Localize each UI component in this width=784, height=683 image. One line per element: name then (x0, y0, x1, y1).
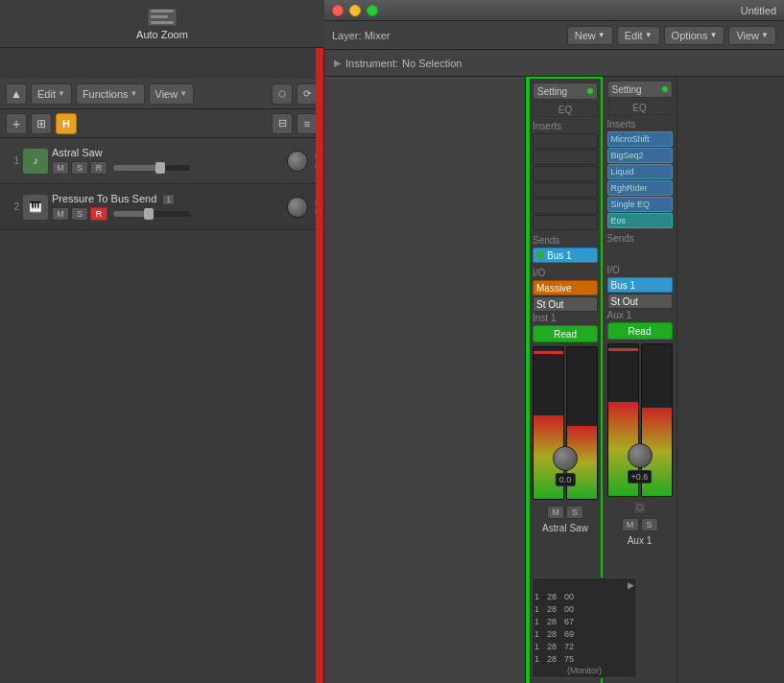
instrument-value: No Selection (402, 58, 462, 69)
monitor-cell-4-3: 72 (564, 641, 574, 653)
vu-area-1: 0.0 (533, 346, 598, 500)
track-fader-1[interactable] (113, 165, 190, 171)
list-button[interactable]: ≡ (297, 113, 318, 134)
track-knob-1[interactable] (287, 151, 308, 172)
vu-m-button-1[interactable]: M (547, 506, 564, 519)
link-icon[interactable]: ⬡ (633, 501, 647, 514)
minimize-button[interactable] (349, 5, 361, 16)
mute-button-2[interactable]: M (52, 207, 69, 221)
view-arrow: ▼ (179, 89, 187, 98)
record-button-1[interactable]: R (90, 161, 107, 175)
channel-name-1: Astral Saw (542, 523, 588, 533)
monitor-cell-3-1: 1 (535, 628, 539, 641)
track-knob-2[interactable] (287, 197, 308, 218)
monitor-cell-4-2: 28 (547, 641, 557, 653)
insert-slot-1d[interactable] (533, 182, 598, 198)
track-icon-1: ♪ (23, 149, 48, 174)
automation-1[interactable]: Read (533, 325, 598, 342)
record-button-2[interactable]: R (90, 207, 107, 221)
triangle-icon: ▶ (334, 58, 342, 68)
maximize-button[interactable] (367, 5, 378, 16)
io-label-1: I/O (533, 268, 598, 278)
eq-aux1[interactable]: EQ (607, 100, 673, 115)
monitor-cell-5-3: 75 (564, 653, 574, 666)
eq-astral-saw[interactable]: EQ (533, 102, 598, 117)
edit-mixer-button[interactable]: Edit ▼ (617, 26, 660, 45)
monitor-cell-1-3: 00 (564, 603, 574, 616)
insert-slot-1e[interactable] (533, 199, 598, 214)
close-button[interactable] (332, 5, 344, 16)
options-arrow: ▼ (710, 31, 718, 39)
h-button[interactable]: H (56, 113, 77, 134)
inst-label-1: Inst 1 (533, 313, 598, 323)
auto-zoom-icon (147, 8, 178, 27)
view-mixer-button[interactable]: View ▼ (728, 26, 776, 45)
setting-dot-1 (587, 88, 593, 94)
mute-button-1[interactable]: M (52, 161, 69, 175)
az-line-2 (151, 15, 168, 18)
table-row: 1 ♪ Astral Saw M S R L R (0, 138, 323, 184)
io-stout-1[interactable]: St Out (533, 296, 598, 312)
loop-button[interactable]: ⟳ (297, 83, 318, 105)
up-arrow-button[interactable]: ▲ (6, 83, 27, 105)
vu-peak-1 (534, 351, 563, 354)
insert-slot-1c[interactable] (533, 166, 598, 181)
solo-button-1[interactable]: S (71, 161, 88, 175)
layer-label: Layer: Mixer (332, 30, 391, 41)
insert-slot-1b[interactable] (533, 150, 598, 165)
io-bus1[interactable]: Bus 1 (607, 277, 673, 293)
io-massive[interactable]: Massive (533, 280, 598, 295)
insert-slot-1a[interactable] (533, 133, 598, 149)
insert-microshift[interactable]: MicroShift (607, 131, 673, 147)
insert-singleeq[interactable]: Single EQ (607, 197, 673, 212)
setting-aux1[interactable]: Setting (607, 81, 673, 98)
auto-zoom-area: Auto Zoom (0, 0, 324, 48)
auto-zoom-lines (151, 10, 174, 24)
vu-s-button-1[interactable]: S (566, 506, 583, 519)
automation-2[interactable]: Read (607, 322, 673, 340)
vu-knob-1[interactable] (553, 446, 578, 471)
insert-eos[interactable]: Eos (607, 213, 673, 228)
monitor-cell-0-3: 00 (564, 591, 574, 603)
view-button[interactable]: View ▼ (149, 83, 195, 105)
insert-slot-1f[interactable] (533, 215, 598, 230)
monitor-cell-1-2: 28 (547, 603, 557, 616)
edit-mixer-arrow: ▼ (645, 31, 653, 39)
settings-button[interactable]: ⊟ (272, 113, 293, 134)
monitor-label: (Monitor) (535, 666, 634, 675)
table-row: 2 🎹 Pressure To Bus Send 1 M S R (0, 184, 323, 230)
midi-button[interactable]: ⬡ (272, 83, 293, 105)
vu-m-button-2[interactable]: M (622, 518, 639, 531)
send-bus1[interactable]: Bus 1 (533, 247, 598, 263)
monitor-play-icon: ▶ (628, 580, 634, 590)
insert-liquid[interactable]: Liquid (607, 164, 673, 179)
monitor-cell-5-1: 1 (535, 653, 539, 666)
track-fader-2[interactable] (113, 211, 190, 217)
new-arrow: ▼ (598, 31, 606, 39)
new-button[interactable]: New ▼ (567, 26, 613, 45)
options-button[interactable]: Options ▼ (664, 26, 725, 45)
insert-rghrider[interactable]: RghRider (607, 180, 673, 196)
track-info-1: Astral Saw M S R (52, 147, 283, 175)
inst-label-2: Aux 1 (607, 310, 673, 320)
left-toolbar: ▲ Edit ▼ Functions ▼ View ▼ ⬡ ⟳ (0, 79, 323, 109)
edit-button[interactable]: Edit ▼ (31, 83, 72, 105)
solo-button-2[interactable]: S (71, 207, 88, 221)
vu-knob-2[interactable] (628, 443, 653, 468)
link-ms-area: ⬡ (633, 501, 647, 514)
io-stout-2[interactable]: St Out (607, 294, 673, 309)
insert-bigseq2[interactable]: BigSeq2 (607, 148, 673, 163)
sends-label-1: Sends (533, 235, 598, 246)
vu-s-button-2[interactable]: S (641, 518, 658, 531)
functions-button[interactable]: Functions ▼ (76, 83, 145, 105)
midi-add-button[interactable]: ⊞ (31, 113, 52, 134)
add-track-button[interactable]: + (6, 113, 27, 134)
setting-astral-saw[interactable]: Setting (533, 82, 598, 100)
monitor-cell-2-2: 28 (547, 616, 557, 628)
io-label-2: I/O (607, 265, 673, 275)
track-name-1: Astral Saw (52, 147, 283, 158)
monitor-cell-0-2: 28 (547, 591, 557, 603)
view-mixer-arrow: ▼ (761, 31, 769, 39)
instrument-bar: ▶ Instrument: No Selection (324, 50, 784, 77)
track-tag-2: 1 (162, 194, 175, 205)
